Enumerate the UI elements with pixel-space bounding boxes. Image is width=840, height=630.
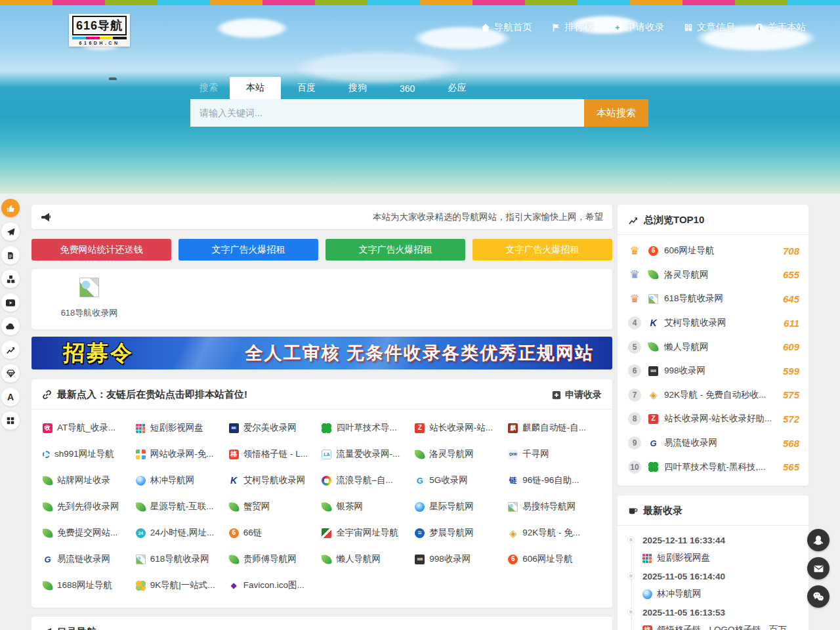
more-button[interactable]: ... bbox=[591, 627, 602, 630]
top10-item[interactable]: 4 K 艾柯导航收录网 611 bbox=[627, 311, 799, 335]
site-link[interactable]: ≈ 梦晨导航网 bbox=[415, 520, 508, 546]
top10-item[interactable]: 7 ◈ 92K导航 - 免费自动秒收... 575 bbox=[627, 383, 799, 408]
site-link[interactable]: Z 站长收录网-站... bbox=[415, 415, 508, 441]
stats-button[interactable] bbox=[1, 341, 20, 359]
site-link[interactable]: 星际导航网 bbox=[415, 494, 508, 520]
site-favicon bbox=[229, 554, 240, 565]
site-link[interactable]: 星源导航-互联... bbox=[136, 494, 229, 520]
site-link[interactable]: 1688网址导航 bbox=[43, 572, 136, 598]
site-link[interactable]: 站牌网址收录 bbox=[43, 467, 136, 494]
site-link[interactable]: 格 领悟格子链 - LOGO格子链 - 百万... bbox=[642, 621, 799, 630]
cubes-button[interactable] bbox=[1, 270, 20, 288]
site-link[interactable]: IMI 爱尔美收录网 bbox=[229, 415, 322, 441]
thumbs-up-button[interactable] bbox=[1, 199, 20, 217]
broken-image-icon bbox=[79, 278, 99, 297]
site-link[interactable]: 免费提交网站... bbox=[43, 520, 136, 546]
site-favicon bbox=[136, 501, 146, 513]
ad-button[interactable]: 文字广告火爆招租 bbox=[178, 239, 318, 261]
site-link[interactable]: 四叶草技术导... bbox=[322, 415, 415, 441]
site-link[interactable]: 网站收录网-免... bbox=[136, 441, 229, 467]
site-link[interactable]: 懒人导航网 bbox=[322, 546, 415, 572]
site-favicon: LA bbox=[322, 450, 331, 459]
file-text-icon bbox=[7, 251, 14, 260]
top10-item[interactable]: ♛ 618导航收录网 645 bbox=[627, 287, 799, 311]
site-link[interactable]: sh991网址导航 bbox=[43, 441, 136, 467]
apply-listing-button[interactable]: 申请收录 bbox=[552, 389, 602, 401]
site-favicon: Z bbox=[415, 423, 425, 433]
site-link[interactable]: 银茶网 bbox=[322, 494, 415, 520]
mail-button[interactable] bbox=[807, 557, 830, 579]
site-link[interactable]: 易搜特导航网 bbox=[508, 494, 601, 520]
featured-site-link[interactable]: 618导航收录网 bbox=[53, 278, 125, 319]
nav-apply[interactable]: 申请收录 bbox=[613, 21, 664, 33]
article-button[interactable] bbox=[1, 246, 20, 264]
announcement-text: 本站为大家收录精选的导航网站，指引大家愉快上网，希望 bbox=[51, 211, 603, 223]
site-link[interactable]: 先到先得收录网 bbox=[43, 494, 136, 520]
site-favicon: 6 bbox=[508, 555, 518, 564]
site-link[interactable]: 流浪导航–自... bbox=[322, 467, 415, 494]
site-link[interactable]: 9K导航|一站式... bbox=[136, 572, 229, 598]
ad-button[interactable]: 免费网站统计还送钱 bbox=[32, 239, 171, 261]
top10-item[interactable]: 8 Z 站长收录网-站长收录好助... 572 bbox=[627, 407, 799, 431]
site-link[interactable]: 24 24小时链,网址... bbox=[136, 520, 229, 546]
apps-button[interactable] bbox=[1, 411, 20, 430]
vip-button[interactable] bbox=[1, 364, 20, 383]
tab-360[interactable]: 360 bbox=[383, 78, 431, 99]
recruit-banner[interactable]: 招募令 全人工审核 无条件收录各类优秀正规网站 bbox=[32, 337, 612, 369]
nav-home[interactable]: 导航首页 bbox=[481, 21, 532, 33]
site-link[interactable]: 林冲导航网 bbox=[642, 585, 799, 604]
site-link[interactable]: 618导航收录网 bbox=[136, 546, 229, 572]
site-link[interactable]: 链 96链-96自助... bbox=[508, 467, 601, 494]
site-link[interactable]: 洛灵导航网 bbox=[415, 441, 508, 467]
site-link[interactable]: 全宇宙网址导航 bbox=[322, 520, 415, 546]
site-logo[interactable]: 616导航 616DH.CN bbox=[69, 14, 130, 47]
view-count: 611 bbox=[784, 318, 799, 329]
cloud-button[interactable] bbox=[1, 317, 20, 335]
nav-ranking[interactable]: 排行榜 bbox=[552, 21, 594, 33]
video-button[interactable] bbox=[1, 293, 20, 312]
tab-bing[interactable]: 必应 bbox=[431, 77, 482, 99]
site-link[interactable]: 蟹贸网 bbox=[229, 494, 322, 520]
tab-baidu[interactable]: 百度 bbox=[281, 77, 332, 99]
site-link[interactable]: 格 领悟格子链 - L... bbox=[229, 441, 322, 467]
font-button[interactable]: A bbox=[1, 388, 20, 406]
nav-about[interactable]: 关于本站 bbox=[755, 21, 806, 33]
nav-articles[interactable]: 文章信息 bbox=[684, 21, 735, 33]
top10-item[interactable]: ♛ 洛灵导航网 655 bbox=[627, 263, 799, 287]
site-link[interactable]: ◆ Favicon.ico图... bbox=[229, 572, 322, 598]
site-link[interactable]: K 艾柯导航收录网 bbox=[229, 467, 322, 494]
ad-button[interactable]: 文字广告火爆招租 bbox=[326, 239, 465, 261]
site-link[interactable]: 林冲导航网 bbox=[136, 467, 229, 494]
qq-button[interactable] bbox=[807, 529, 830, 551]
search-button[interactable]: 本站搜索 bbox=[584, 99, 648, 127]
site-link[interactable]: G 易流链收录网 bbox=[43, 546, 136, 572]
site-link[interactable]: LA 流量爱收录网-... bbox=[322, 441, 415, 467]
site-favicon bbox=[43, 528, 53, 539]
top10-item[interactable]: 6 998 998收录网 599 bbox=[627, 359, 799, 383]
recent-timeline: 2025-12-11 16:33:44 短剧影视网盘 2025-11-05 16… bbox=[618, 526, 808, 630]
top10-item[interactable]: 9 G 易流链收录网 568 bbox=[627, 431, 799, 455]
site-link[interactable]: 麒 麒麟自动链-自... bbox=[508, 415, 601, 441]
ad-button[interactable]: 文字广告火爆招租 bbox=[472, 239, 612, 261]
search-input[interactable] bbox=[190, 99, 584, 127]
ad-buttons-row: 免费网站统计还送钱文字广告火爆招租文字广告火爆招租文字广告火爆招租 bbox=[32, 239, 612, 261]
site-link[interactable]: ◈ 92K导航 - 免... bbox=[508, 520, 601, 546]
site-link[interactable]: QXW 千寻网 bbox=[508, 441, 601, 467]
top10-item[interactable]: 10 四叶草技术导航-黑科技,... 565 bbox=[627, 455, 799, 479]
top10-item[interactable]: 5 懒人导航网 609 bbox=[627, 335, 799, 359]
tab-this-site[interactable]: 本站 bbox=[230, 77, 281, 99]
site-link[interactable]: 短剧影视网盘 bbox=[642, 549, 799, 568]
tab-sogou[interactable]: 搜狗 bbox=[332, 77, 383, 99]
telegram-button[interactable] bbox=[1, 222, 20, 241]
site-link[interactable]: 6 606网址导航 bbox=[508, 546, 601, 572]
site-link[interactable]: 998 998收录网 bbox=[415, 546, 508, 572]
top-color-bar bbox=[0, 0, 840, 5]
site-link[interactable]: 6 66链 bbox=[229, 520, 322, 546]
site-link[interactable]: 贵师傅导航网 bbox=[229, 546, 322, 572]
wechat-button[interactable] bbox=[807, 585, 830, 608]
site-link[interactable]: G 5G收录网 bbox=[415, 467, 508, 494]
cloud-icon bbox=[6, 322, 15, 330]
site-link[interactable]: 收 AT导航_收录... bbox=[43, 415, 136, 441]
site-link[interactable]: 短剧影视网盘 bbox=[136, 415, 229, 441]
top10-item[interactable]: ♛ 6 606网址导航 708 bbox=[627, 239, 799, 263]
